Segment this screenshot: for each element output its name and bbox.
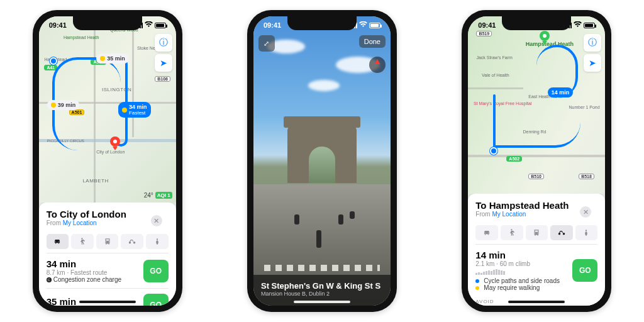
- location-arrow-icon: ➤: [589, 58, 596, 68]
- rideshare-icon: [582, 228, 591, 237]
- mode-walking[interactable]: [501, 225, 523, 240]
- screen: 09:41 Hampstead Heath Queens Wood Hampst…: [39, 16, 176, 306]
- info-button[interactable]: ⓘ: [584, 34, 601, 52]
- map-label: Vale of Health: [482, 73, 509, 77]
- car-icon: [482, 228, 491, 237]
- status-time: 09:41: [264, 21, 281, 29]
- my-location-link[interactable]: My Location: [63, 219, 97, 226]
- card-from: From My Location: [475, 211, 597, 218]
- road-shield: B108: [155, 76, 170, 82]
- directions-card[interactable]: To City of London From My Location ✕ 34 …: [39, 203, 176, 306]
- screen: 09:41 ⤢ Done St Stephen: [253, 16, 391, 306]
- expand-button[interactable]: ⤢: [258, 35, 275, 52]
- transit-icon: [103, 237, 112, 246]
- destination-pin[interactable]: [110, 136, 120, 150]
- map-label: Hampstead Heath: [64, 35, 99, 40]
- road-shield: B510: [528, 174, 544, 179]
- rideshare-icon: [153, 237, 162, 246]
- screen: 09:41 Hampstead Heath Vale of Health St …: [468, 16, 605, 306]
- phone-lookaround: 09:41 ⤢ Done St Stephen: [247, 10, 397, 312]
- phone-cycling: 09:41 Hampstead Heath Vale of Health St …: [462, 10, 611, 312]
- route-option[interactable]: 14 min 2.1 km · 60 m climb Cycle paths a…: [475, 244, 597, 296]
- transport-modes: [47, 234, 169, 249]
- temperature: 24°: [144, 192, 153, 199]
- route-time: 35 min: [47, 296, 77, 306]
- location-arrow-icon: ➤: [160, 58, 167, 68]
- card-title: To Hampstead Heath: [475, 200, 597, 211]
- transport-modes: [475, 225, 597, 240]
- lookaround-view[interactable]: ⤢ Done St Stephen's Gn W & King St S Man…: [253, 16, 391, 306]
- bike-icon: [557, 228, 566, 237]
- route-time: 14 min: [475, 250, 572, 260]
- locate-button[interactable]: ➤: [584, 54, 601, 72]
- go-button[interactable]: GO: [572, 259, 597, 282]
- weather-badge: 24° AQI 1: [144, 192, 172, 199]
- locate-button[interactable]: ➤: [155, 54, 172, 72]
- walk-icon: [508, 228, 516, 237]
- notch: [502, 16, 571, 30]
- battery-icon: [584, 23, 595, 28]
- info-icon: ⓘ: [588, 37, 597, 48]
- home-indicator[interactable]: [508, 301, 565, 303]
- toll-icon: [100, 56, 105, 61]
- notch: [287, 16, 357, 30]
- aqi-badge: AQI 1: [155, 192, 172, 199]
- congestion-icon: C: [47, 277, 52, 282]
- road-shield: B518: [579, 174, 594, 179]
- card-title: To City of London: [47, 209, 169, 219]
- done-button[interactable]: Done: [359, 35, 386, 48]
- phone-driving: 09:41 Hampstead Heath Queens Wood Hampst…: [33, 10, 182, 312]
- map[interactable]: Hampstead Heath Queens Wood Hampstead St…: [39, 16, 176, 203]
- close-icon: ✕: [153, 217, 159, 225]
- toll-icon: [122, 108, 127, 113]
- route-detail: 8.7 km · Fastest route: [47, 269, 121, 276]
- legend-walk: May require walking: [475, 284, 572, 291]
- arch-structure: [287, 126, 357, 183]
- route-detail: 2.1 km · 60 m climb: [475, 260, 572, 267]
- transit-icon: [532, 228, 541, 237]
- expand-icon: ⤢: [264, 40, 269, 48]
- close-button[interactable]: ✕: [151, 215, 162, 226]
- location-title: St Stephen's Gn W & King St S: [261, 281, 383, 291]
- mode-walking[interactable]: [71, 234, 94, 249]
- location-subtitle: Mansion House B, Dublin 2: [261, 291, 383, 297]
- route-badge-alt[interactable]: 35 min: [96, 53, 129, 64]
- mode-transit[interactable]: [96, 234, 119, 249]
- mode-rideshare[interactable]: [575, 225, 598, 240]
- route-badge-alt[interactable]: 39 min: [47, 100, 80, 110]
- route-badge[interactable]: 14 min: [548, 87, 574, 97]
- origin-marker: [50, 57, 57, 65]
- home-indicator[interactable]: [294, 301, 350, 303]
- mode-driving[interactable]: [475, 225, 498, 240]
- go-button[interactable]: GO: [143, 294, 169, 306]
- mode-rideshare[interactable]: [146, 234, 169, 249]
- info-icon: ⓘ: [159, 37, 168, 48]
- compass-button[interactable]: [369, 57, 386, 73]
- mode-driving[interactable]: [47, 234, 69, 249]
- battery-icon: [155, 23, 166, 28]
- toll-icon: [51, 103, 56, 108]
- legend-cycle: Cycle paths and side roads: [475, 277, 572, 284]
- mode-cycling[interactable]: [550, 225, 573, 240]
- route-time: 34 min: [47, 258, 121, 269]
- walk-icon: [78, 237, 87, 246]
- wifi-icon: [574, 21, 582, 29]
- home-indicator[interactable]: [79, 301, 136, 303]
- car-icon: [53, 237, 62, 246]
- map-label: Jack Straw's Farm: [476, 55, 512, 60]
- route-option[interactable]: 34 min 8.7 km · Fastest route CCongestio…: [47, 253, 169, 288]
- map[interactable]: Hampstead Heath Vale of Health St Mary's…: [468, 16, 605, 194]
- wifi-icon: [359, 21, 367, 29]
- go-button[interactable]: GO: [143, 260, 169, 282]
- close-icon: ✕: [583, 208, 589, 216]
- map-label: LAMBETH: [82, 178, 108, 184]
- directions-card[interactable]: To Hampstead Heath From My Location ✕ 14…: [468, 194, 605, 306]
- info-button[interactable]: ⓘ: [155, 34, 172, 52]
- destination-pin[interactable]: [540, 31, 550, 45]
- my-location-link[interactable]: My Location: [492, 211, 526, 218]
- elevation-chart: [475, 269, 572, 275]
- mode-cycling[interactable]: [121, 234, 143, 249]
- notch: [73, 16, 142, 30]
- route-badge-fastest[interactable]: 34 minFastest: [118, 102, 151, 118]
- mode-transit[interactable]: [526, 225, 548, 240]
